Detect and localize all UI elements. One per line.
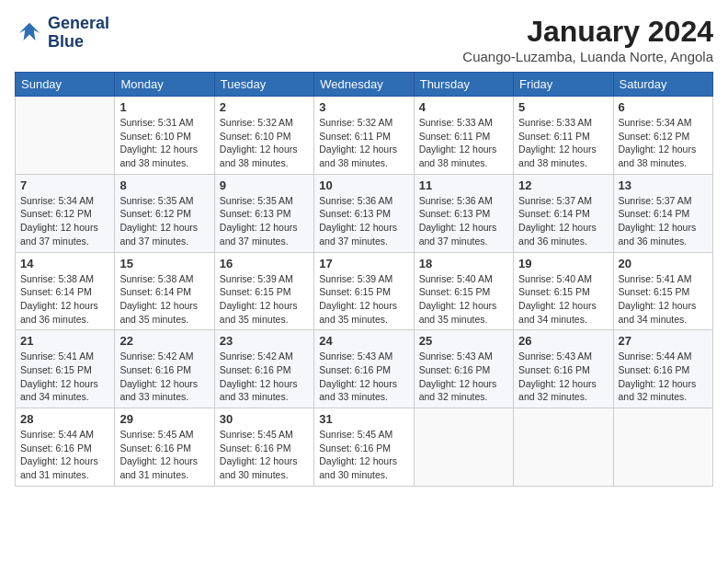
daylight-text: Daylight: 12 hours and 36 minutes. xyxy=(20,300,98,325)
calendar-cell: 25 Sunrise: 5:43 AM Sunset: 6:16 PM Dayl… xyxy=(414,330,513,408)
sunrise-text: Sunrise: 5:36 AM xyxy=(419,195,493,206)
calendar-cell xyxy=(514,408,613,487)
calendar-cell: 8 Sunrise: 5:35 AM Sunset: 6:12 PM Dayli… xyxy=(115,174,214,252)
day-number: 18 xyxy=(419,257,508,270)
day-info: Sunrise: 5:34 AM Sunset: 6:12 PM Dayligh… xyxy=(20,194,109,248)
sunset-text: Sunset: 6:12 PM xyxy=(20,208,92,219)
calendar-cell xyxy=(613,408,712,487)
sunset-text: Sunset: 6:15 PM xyxy=(319,286,391,297)
sunrise-text: Sunrise: 5:40 AM xyxy=(419,273,493,284)
daylight-text: Daylight: 12 hours and 38 minutes. xyxy=(518,144,597,168)
calendar-cell xyxy=(16,97,115,175)
sunset-text: Sunset: 6:11 PM xyxy=(419,131,491,142)
day-number: 3 xyxy=(319,100,408,114)
calendar-cell: 22 Sunrise: 5:42 AM Sunset: 6:16 PM Dayl… xyxy=(115,330,214,408)
title-block: January 2024 Cuango-Luzamba, Luanda Nort… xyxy=(462,15,713,64)
calendar-cell: 21 Sunrise: 5:41 AM Sunset: 6:15 PM Dayl… xyxy=(16,330,115,408)
daylight-text: Daylight: 12 hours and 38 minutes. xyxy=(119,144,198,168)
sunrise-text: Sunrise: 5:41 AM xyxy=(20,350,94,362)
daylight-text: Daylight: 12 hours and 32 minutes. xyxy=(518,378,597,403)
day-info: Sunrise: 5:39 AM Sunset: 6:15 PM Dayligh… xyxy=(319,272,408,327)
sunrise-text: Sunrise: 5:45 AM xyxy=(319,429,392,440)
sunset-text: Sunset: 6:10 PM xyxy=(119,131,191,142)
daylight-text: Daylight: 12 hours and 38 minutes. xyxy=(319,144,397,168)
day-info: Sunrise: 5:35 AM Sunset: 6:12 PM Dayligh… xyxy=(119,194,209,248)
calendar-week-row: 21 Sunrise: 5:41 AM Sunset: 6:15 PM Dayl… xyxy=(16,330,713,408)
daylight-text: Daylight: 12 hours and 33 minutes. xyxy=(220,378,298,403)
daylight-text: Daylight: 12 hours and 35 minutes. xyxy=(119,300,198,325)
sunset-text: Sunset: 6:13 PM xyxy=(220,208,291,219)
daylight-text: Daylight: 12 hours and 37 minutes. xyxy=(20,222,98,247)
day-number: 30 xyxy=(220,412,309,426)
calendar-cell: 20 Sunrise: 5:41 AM Sunset: 6:15 PM Dayl… xyxy=(613,252,712,330)
calendar-week-row: 1 Sunrise: 5:31 AM Sunset: 6:10 PM Dayli… xyxy=(16,97,713,175)
day-number: 31 xyxy=(319,412,408,426)
day-number: 12 xyxy=(518,178,608,192)
sunset-text: Sunset: 6:15 PM xyxy=(20,364,92,375)
calendar-cell: 6 Sunrise: 5:34 AM Sunset: 6:12 PM Dayli… xyxy=(613,97,712,175)
sunrise-text: Sunrise: 5:34 AM xyxy=(619,117,692,128)
page-header: General Blue January 2024 Cuango-Luzamba… xyxy=(15,15,713,64)
calendar-cell: 10 Sunrise: 5:36 AM Sunset: 6:13 PM Dayl… xyxy=(314,174,414,252)
calendar-table: SundayMondayTuesdayWednesdayThursdayFrid… xyxy=(15,72,713,487)
sunset-text: Sunset: 6:11 PM xyxy=(518,131,590,142)
day-info: Sunrise: 5:43 AM Sunset: 6:16 PM Dayligh… xyxy=(419,350,508,404)
daylight-text: Daylight: 12 hours and 30 minutes. xyxy=(319,455,397,480)
day-number: 9 xyxy=(220,178,309,192)
day-number: 2 xyxy=(220,100,309,114)
day-number: 5 xyxy=(518,100,608,114)
day-info: Sunrise: 5:42 AM Sunset: 6:16 PM Dayligh… xyxy=(220,350,309,404)
calendar-day-header: Wednesday xyxy=(314,73,414,97)
sunset-text: Sunset: 6:16 PM xyxy=(119,442,191,454)
calendar-cell xyxy=(414,408,513,487)
daylight-text: Daylight: 12 hours and 37 minutes. xyxy=(119,222,198,247)
day-info: Sunrise: 5:34 AM Sunset: 6:12 PM Dayligh… xyxy=(619,116,708,170)
day-number: 13 xyxy=(619,178,708,192)
sunset-text: Sunset: 6:14 PM xyxy=(518,208,590,219)
sunset-text: Sunset: 6:16 PM xyxy=(419,364,491,375)
calendar-cell: 5 Sunrise: 5:33 AM Sunset: 6:11 PM Dayli… xyxy=(514,97,613,175)
day-info: Sunrise: 5:31 AM Sunset: 6:10 PM Dayligh… xyxy=(119,116,209,170)
day-info: Sunrise: 5:44 AM Sunset: 6:16 PM Dayligh… xyxy=(20,428,109,482)
day-number: 10 xyxy=(319,178,408,192)
day-info: Sunrise: 5:37 AM Sunset: 6:14 PM Dayligh… xyxy=(518,194,608,248)
day-info: Sunrise: 5:35 AM Sunset: 6:13 PM Dayligh… xyxy=(220,194,309,248)
calendar-cell: 4 Sunrise: 5:33 AM Sunset: 6:11 PM Dayli… xyxy=(414,97,513,175)
calendar-cell: 14 Sunrise: 5:38 AM Sunset: 6:14 PM Dayl… xyxy=(16,252,115,330)
sunrise-text: Sunrise: 5:31 AM xyxy=(119,117,193,128)
calendar-cell: 24 Sunrise: 5:43 AM Sunset: 6:16 PM Dayl… xyxy=(314,330,414,408)
calendar-cell: 18 Sunrise: 5:40 AM Sunset: 6:15 PM Dayl… xyxy=(414,252,513,330)
day-number: 7 xyxy=(20,178,109,192)
daylight-text: Daylight: 12 hours and 34 minutes. xyxy=(518,300,597,325)
sunrise-text: Sunrise: 5:37 AM xyxy=(619,195,692,206)
sunset-text: Sunset: 6:12 PM xyxy=(619,131,690,142)
sunrise-text: Sunrise: 5:43 AM xyxy=(419,350,493,362)
daylight-text: Daylight: 12 hours and 32 minutes. xyxy=(619,378,697,403)
sunrise-text: Sunrise: 5:34 AM xyxy=(20,195,94,206)
day-number: 23 xyxy=(220,334,309,348)
day-number: 14 xyxy=(20,257,109,270)
sunrise-text: Sunrise: 5:40 AM xyxy=(518,273,592,284)
day-info: Sunrise: 5:44 AM Sunset: 6:16 PM Dayligh… xyxy=(619,350,708,404)
day-number: 28 xyxy=(20,412,109,426)
sunset-text: Sunset: 6:16 PM xyxy=(220,442,291,454)
sunset-text: Sunset: 6:16 PM xyxy=(20,442,92,454)
sunrise-text: Sunrise: 5:44 AM xyxy=(619,350,692,362)
day-number: 24 xyxy=(319,334,408,348)
logo-icon xyxy=(15,18,44,48)
sunset-text: Sunset: 6:14 PM xyxy=(20,286,92,297)
calendar-cell: 26 Sunrise: 5:43 AM Sunset: 6:16 PM Dayl… xyxy=(514,330,613,408)
sunset-text: Sunset: 6:16 PM xyxy=(119,364,191,375)
daylight-text: Daylight: 12 hours and 33 minutes. xyxy=(119,378,198,403)
sunrise-text: Sunrise: 5:32 AM xyxy=(319,117,392,128)
calendar-cell: 2 Sunrise: 5:32 AM Sunset: 6:10 PM Dayli… xyxy=(214,97,313,175)
calendar-cell: 15 Sunrise: 5:38 AM Sunset: 6:14 PM Dayl… xyxy=(115,252,214,330)
sunrise-text: Sunrise: 5:33 AM xyxy=(419,117,493,128)
daylight-text: Daylight: 12 hours and 30 minutes. xyxy=(220,455,298,480)
sunrise-text: Sunrise: 5:43 AM xyxy=(319,350,392,362)
calendar-cell: 7 Sunrise: 5:34 AM Sunset: 6:12 PM Dayli… xyxy=(16,174,115,252)
calendar-week-row: 28 Sunrise: 5:44 AM Sunset: 6:16 PM Dayl… xyxy=(16,408,713,487)
sunrise-text: Sunrise: 5:35 AM xyxy=(220,195,293,206)
day-number: 27 xyxy=(619,334,708,348)
daylight-text: Daylight: 12 hours and 35 minutes. xyxy=(419,300,497,325)
